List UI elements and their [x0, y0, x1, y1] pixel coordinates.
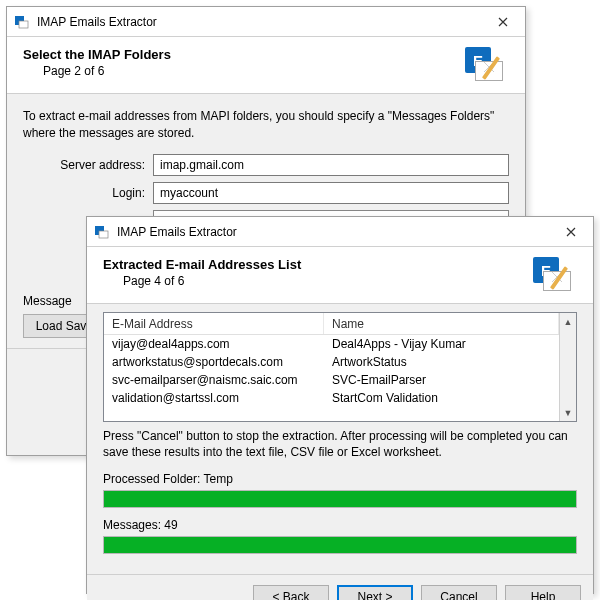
back-button[interactable]: < Back [253, 585, 329, 600]
app-icon [7, 14, 35, 30]
page-indicator: Page 4 of 6 [103, 274, 527, 288]
app-icon [87, 224, 115, 240]
page-indicator: Page 2 of 6 [23, 64, 459, 78]
scroll-down-icon[interactable]: ▼ [560, 404, 576, 421]
server-address-input[interactable]: imap.gmail.com [153, 154, 509, 176]
header-title: Select the IMAP Folders [23, 47, 459, 62]
close-button[interactable] [548, 217, 593, 246]
messages-count-label: Messages: 49 [103, 518, 577, 532]
progress-folder [103, 490, 577, 508]
list-row[interactable] [104, 407, 559, 421]
wizard-header: Extracted E-mail Addresses List Page 4 o… [87, 247, 593, 304]
wizard-header: Select the IMAP Folders Page 2 of 6 E [7, 37, 525, 94]
titlebar[interactable]: IMAP Emails Extractor [87, 217, 593, 247]
titlebar[interactable]: IMAP Emails Extractor [7, 7, 525, 37]
processed-folder-label: Processed Folder: Temp [103, 472, 577, 486]
exchange-mail-icon: E [527, 257, 577, 297]
messages-partial-label: Message [23, 294, 83, 308]
next-button[interactable]: Next > [337, 585, 413, 600]
cancel-button[interactable]: Cancel [421, 585, 497, 600]
svg-rect-3 [99, 231, 108, 238]
scroll-up-icon[interactable]: ▲ [560, 313, 576, 330]
title-text: IMAP Emails Extractor [115, 225, 548, 239]
title-text: IMAP Emails Extractor [35, 15, 480, 29]
list-row[interactable]: vijay@deal4apps.com Deal4Apps - Vijay Ku… [104, 335, 559, 353]
list-row[interactable]: artworkstatus@sportdecals.com ArtworkSta… [104, 353, 559, 371]
scrollbar[interactable]: ▲ ▼ [559, 313, 576, 421]
progress-messages [103, 536, 577, 554]
header-title: Extracted E-mail Addresses List [103, 257, 527, 272]
results-list[interactable]: E-Mail Address Name vijay@deal4apps.com … [103, 312, 577, 422]
instruction-text: To extract e-mail addresses from MAPI fo… [23, 108, 509, 142]
list-header[interactable]: E-Mail Address Name [104, 313, 559, 335]
close-button[interactable] [480, 7, 525, 36]
list-row[interactable]: svc-emailparser@naismc.saic.com SVC-Emai… [104, 371, 559, 389]
login-label: Login: [23, 186, 153, 200]
column-email[interactable]: E-Mail Address [104, 313, 324, 334]
dialog-footer: < Back Next > Cancel Help [87, 574, 593, 600]
login-input[interactable]: myaccount [153, 182, 509, 204]
help-button[interactable]: Help [505, 585, 581, 600]
exchange-mail-icon: E [459, 47, 509, 87]
list-row[interactable]: validation@startssl.com StartCom Validat… [104, 389, 559, 407]
server-address-label: Server address: [23, 158, 153, 172]
hint-text: Press "Cancel" button to stop the extrac… [103, 428, 577, 460]
svg-rect-1 [19, 21, 28, 28]
column-name[interactable]: Name [324, 313, 559, 334]
dialog-extracted-list: IMAP Emails Extractor Extracted E-mail A… [86, 216, 594, 594]
